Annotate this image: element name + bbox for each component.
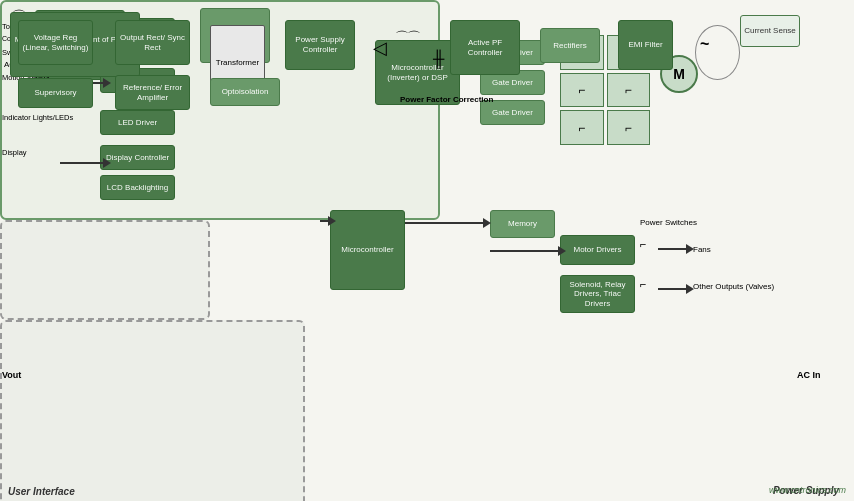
arrow-display-controller: [60, 162, 105, 164]
ac-circle: [695, 25, 740, 80]
arrow-mcu-motors: [490, 250, 560, 252]
ui-section: User Interface Touch Sensor PIR Sensor L…: [0, 320, 305, 501]
main-diagram: Motor Drive Communication ⌒ RF (ZigBee) …: [0, 0, 854, 501]
arrow-input-mcu: [320, 220, 330, 222]
switch-cell-4: ⌐: [607, 73, 651, 108]
power-supply-controller-box: Power Supply Controller: [285, 20, 355, 70]
voltage-reg-box: Voltage Reg (Linear, Switching): [18, 20, 93, 65]
ac-in-label: AC In: [797, 370, 821, 380]
comm-section: Communication ⌒ RF (ZigBee) Transceiver …: [0, 220, 210, 320]
switch-cell-3: ⌐: [560, 73, 604, 108]
rectifiers-box: Rectifiers: [540, 28, 600, 63]
main-microcontroller-box: Microcontroller: [330, 210, 405, 290]
fans-label: Fans: [693, 245, 711, 254]
display-controller-box: Display Controller: [100, 145, 175, 170]
ui-label: User Interface: [8, 486, 75, 497]
lcd-backlighting-box: LCD Backlighting: [100, 175, 175, 200]
reference-error-box: Reference/ Error Amplifier: [115, 75, 190, 110]
indicator-lights-label: Indicator Lights/LEDs: [2, 113, 73, 122]
switch-cell-6: ⌐: [607, 110, 651, 145]
output-rect-box: Output Rect/ Sync Rect: [115, 20, 190, 65]
arrow-mcu-memory: [405, 222, 485, 224]
switch-symbol-1: ⌐: [640, 238, 646, 250]
active-pf-box: Active PF Controller: [450, 20, 520, 75]
display-label: Display: [2, 148, 27, 157]
led-driver-box: LED Driver: [100, 110, 175, 135]
switch-cell-5: ⌐: [560, 110, 604, 145]
motor-drivers-box: Motor Drivers: [560, 235, 635, 265]
vout-label: Vout: [2, 370, 21, 380]
arrow-fans: [658, 248, 688, 250]
watermark: www.cntronics.com: [769, 485, 846, 495]
capacitor-symbol: ╫: [433, 50, 444, 68]
other-outputs-label: Other Outputs (Valves): [693, 282, 774, 291]
pfc-label: Power Factor Correction: [400, 95, 493, 104]
power-switches-label: Power Switches: [640, 218, 697, 227]
arrow-outputs: [658, 288, 688, 290]
current-sense-box: Current Sense: [740, 15, 800, 47]
emi-filter-box: EMI Filter: [618, 20, 673, 70]
solenoid-relay-box: Solenoid, Relay Drivers, Triac Drivers: [560, 275, 635, 313]
diode-symbol: ◁: [365, 28, 395, 68]
switch-symbol-2: ⌐: [640, 278, 646, 290]
memory-box: Memory: [490, 210, 555, 238]
optoisolation-box: Optoisolation: [210, 78, 280, 106]
inductor-symbol: ⌒⌒: [395, 28, 435, 48]
supervisory-box: Supervisory: [18, 78, 93, 108]
